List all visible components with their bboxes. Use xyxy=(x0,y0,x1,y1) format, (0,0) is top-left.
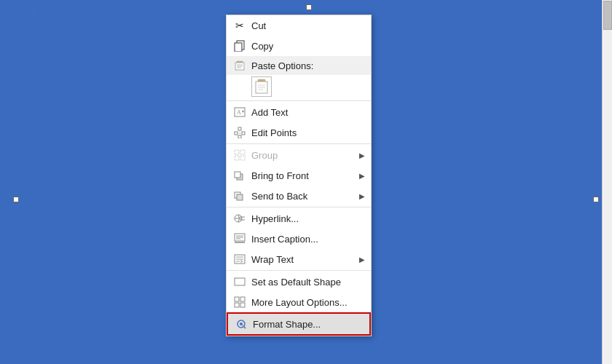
menu-item-wrap-text[interactable]: Wrap Text ▶ xyxy=(227,249,371,269)
insert-caption-icon xyxy=(232,232,247,246)
cut-label: Cut xyxy=(251,20,365,31)
group-label: Group xyxy=(251,150,359,161)
svg-rect-43 xyxy=(235,297,239,301)
svg-rect-18 xyxy=(238,127,241,130)
separator-4 xyxy=(227,270,371,271)
menu-item-insert-caption[interactable]: Insert Caption... xyxy=(227,229,371,249)
svg-text:A: A xyxy=(237,109,241,116)
bring-to-front-label: Bring to Front xyxy=(251,170,359,181)
menu-item-more-layout[interactable]: More Layout Options... xyxy=(227,292,371,312)
svg-rect-27 xyxy=(235,172,240,178)
copy-label: Copy xyxy=(251,41,365,52)
selection-handle-left[interactable] xyxy=(13,197,19,202)
separator-1 xyxy=(227,100,371,101)
format-shape-icon xyxy=(234,317,248,331)
bring-to-front-arrow: ▶ xyxy=(359,172,365,180)
menu-item-hyperlink[interactable]: Hyperlink... xyxy=(227,208,371,229)
send-to-back-arrow: ▶ xyxy=(359,192,365,200)
svg-rect-22 xyxy=(235,150,239,154)
group-icon xyxy=(232,148,247,162)
svg-rect-42 xyxy=(235,278,245,285)
svg-rect-29 xyxy=(237,194,243,200)
menu-item-edit-points[interactable]: Edit Points xyxy=(227,122,371,143)
paste-options-label: Paste Options: xyxy=(251,60,365,71)
separator-2 xyxy=(227,143,371,144)
paste-icon-row xyxy=(227,75,371,100)
top-arrow-icon: ↓ xyxy=(31,4,36,17)
bring-to-front-icon xyxy=(232,168,247,183)
more-layout-icon xyxy=(232,295,247,309)
menu-item-format-shape[interactable]: Format Shape... xyxy=(227,312,371,336)
separator-3 xyxy=(227,207,371,207)
svg-rect-16 xyxy=(235,132,238,135)
selection-handle-right[interactable] xyxy=(593,197,599,202)
wrap-text-label: Wrap Text xyxy=(251,254,359,265)
add-text-icon: A xyxy=(232,105,247,119)
wrap-text-icon xyxy=(232,252,247,266)
scrollbar-thumb[interactable] xyxy=(603,1,612,30)
context-menu: ✂ Cut Copy xyxy=(226,15,372,336)
svg-rect-25 xyxy=(240,156,245,160)
group-submenu-arrow: ▶ xyxy=(359,151,365,159)
menu-item-bring-to-front[interactable]: Bring to Front ▶ xyxy=(227,165,371,186)
send-to-back-label: Send to Back xyxy=(251,191,359,202)
add-text-label: Add Text xyxy=(251,107,365,118)
canvas: ↓ ✂ Cut Copy xyxy=(0,0,612,364)
menu-item-group[interactable]: Group ▶ xyxy=(227,145,371,165)
insert-caption-label: Insert Caption... xyxy=(251,234,365,245)
hyperlink-icon xyxy=(232,211,247,226)
svg-rect-19 xyxy=(238,135,241,138)
menu-item-add-text[interactable]: A Add Text xyxy=(227,102,371,122)
scissors-icon: ✂ xyxy=(232,18,247,33)
svg-rect-17 xyxy=(242,132,245,135)
more-layout-label: More Layout Options... xyxy=(251,297,365,308)
edit-points-icon xyxy=(232,125,247,140)
svg-rect-24 xyxy=(235,156,239,160)
format-shape-label: Format Shape... xyxy=(253,319,364,330)
paste-header-icon xyxy=(232,58,247,73)
hyperlink-label: Hyperlink... xyxy=(251,213,365,224)
paste-options-header: Paste Options: xyxy=(227,56,371,75)
svg-rect-23 xyxy=(240,150,245,154)
copy-icon xyxy=(232,39,247,53)
svg-line-48 xyxy=(243,325,246,328)
svg-rect-45 xyxy=(235,303,239,307)
send-to-back-icon xyxy=(232,189,247,203)
svg-point-49 xyxy=(240,323,243,325)
menu-item-set-default[interactable]: Set as Default Shape xyxy=(227,272,371,292)
wrap-text-arrow: ▶ xyxy=(359,256,365,264)
set-default-icon xyxy=(232,274,247,289)
menu-item-send-to-back[interactable]: Send to Back ▶ xyxy=(227,186,371,206)
menu-item-cut[interactable]: ✂ Cut xyxy=(227,15,371,36)
svg-rect-46 xyxy=(240,303,245,307)
edit-points-label: Edit Points xyxy=(251,127,365,138)
selection-handle-top[interactable] xyxy=(306,4,312,10)
svg-rect-44 xyxy=(240,297,245,301)
set-default-label: Set as Default Shape xyxy=(251,277,365,288)
scrollbar[interactable] xyxy=(602,0,612,364)
svg-rect-1 xyxy=(235,43,242,52)
paste-icon-button[interactable] xyxy=(251,76,272,97)
menu-item-copy[interactable]: Copy xyxy=(227,36,371,56)
